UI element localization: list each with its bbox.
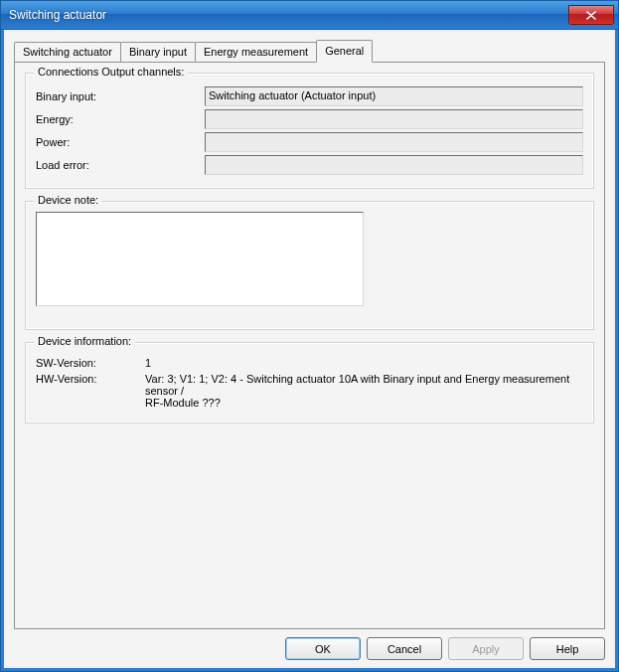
- label-load-error: Load error:: [36, 159, 205, 171]
- group-connections: Connections Output channels: Binary inpu…: [25, 73, 594, 189]
- button-label: OK: [315, 643, 331, 655]
- close-icon: [586, 11, 596, 20]
- tab-label: Switching actuator: [23, 46, 112, 58]
- window: Switching actuator Switching actuator Bi…: [0, 0, 619, 672]
- row-binary-input: Binary input: Switching actuator (Actuat…: [36, 86, 583, 106]
- value-hw-version: Var: 3; V1: 1; V2: 4 - Switching actuato…: [145, 373, 583, 409]
- label-sw-version: SW-Version:: [36, 357, 145, 369]
- group-device-note: Device note:: [25, 201, 594, 330]
- label-hw-version: HW-Version:: [36, 373, 145, 409]
- apply-button: Apply: [448, 637, 524, 660]
- tab-label: Energy measurement: [204, 46, 308, 58]
- window-title: Switching actuator: [9, 8, 568, 22]
- label-energy: Energy:: [36, 113, 205, 125]
- field-binary-input: Switching actuator (Actuator input): [205, 86, 583, 106]
- button-label: Cancel: [387, 643, 421, 655]
- row-power: Power:: [36, 132, 583, 152]
- tab-energy-measurement[interactable]: Energy measurement: [195, 42, 317, 62]
- value-sw-version: 1: [145, 357, 583, 369]
- group-legend: Device information:: [34, 335, 135, 347]
- client-area: Switching actuator Binary input Energy m…: [6, 32, 613, 666]
- tab-switching-actuator[interactable]: Switching actuator: [14, 42, 121, 62]
- field-power: [205, 132, 583, 152]
- tab-label: General: [325, 45, 364, 57]
- tab-label: Binary input: [129, 46, 187, 58]
- ok-button[interactable]: OK: [285, 637, 361, 660]
- button-bar: OK Cancel Apply Help: [14, 629, 605, 660]
- inner-border: Switching actuator Binary input Energy m…: [1, 30, 618, 671]
- close-button[interactable]: [568, 5, 614, 25]
- button-label: Apply: [472, 643, 500, 655]
- label-power: Power:: [36, 136, 205, 148]
- field-load-error: [205, 155, 583, 175]
- field-energy: [205, 109, 583, 129]
- tab-strip: Switching actuator Binary input Energy m…: [14, 40, 605, 62]
- group-device-info: Device information: SW-Version: 1 HW-Ver…: [25, 342, 594, 423]
- row-load-error: Load error:: [36, 155, 583, 175]
- button-label: Help: [556, 643, 579, 655]
- row-energy: Energy:: [36, 109, 583, 129]
- tab-general[interactable]: General: [316, 40, 373, 63]
- device-note-textarea[interactable]: [36, 212, 364, 306]
- label-binary-input: Binary input:: [36, 90, 205, 102]
- tab-binary-input[interactable]: Binary input: [120, 42, 196, 62]
- tab-body-general: Connections Output channels: Binary inpu…: [14, 62, 605, 629]
- row-hw-version: HW-Version: Var: 3; V1: 1; V2: 4 - Switc…: [36, 373, 583, 409]
- row-sw-version: SW-Version: 1: [36, 357, 583, 369]
- cancel-button[interactable]: Cancel: [367, 637, 442, 660]
- titlebar: Switching actuator: [1, 1, 618, 30]
- help-button[interactable]: Help: [530, 637, 605, 660]
- group-legend: Device note:: [34, 194, 102, 206]
- group-legend: Connections Output channels:: [34, 66, 188, 78]
